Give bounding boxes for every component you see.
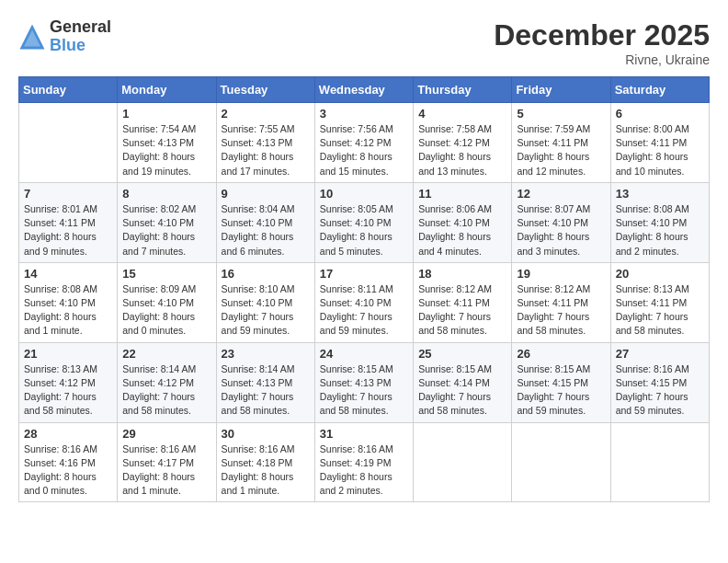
day-info: Sunrise: 8:04 AMSunset: 4:10 PMDaylight:…	[222, 202, 310, 259]
calendar-week-row: 28Sunrise: 8:16 AMSunset: 4:16 PMDayligh…	[19, 422, 710, 502]
calendar-cell: 14Sunrise: 8:08 AMSunset: 4:10 PMDayligh…	[19, 262, 118, 342]
day-info: Sunrise: 8:16 AMSunset: 4:16 PMDaylight:…	[24, 442, 112, 499]
day-info: Sunrise: 8:14 AMSunset: 4:13 PMDaylight:…	[222, 362, 310, 419]
day-number: 1	[122, 107, 210, 121]
day-info: Sunrise: 8:02 AMSunset: 4:10 PMDaylight:…	[122, 202, 210, 259]
day-number: 19	[517, 267, 605, 281]
calendar-cell: 22Sunrise: 8:14 AMSunset: 4:12 PMDayligh…	[118, 342, 216, 422]
calendar-cell: 1Sunrise: 7:54 AMSunset: 4:13 PMDaylight…	[118, 103, 216, 183]
day-info: Sunrise: 8:00 AMSunset: 4:11 PMDaylight:…	[616, 122, 704, 178]
day-number: 13	[616, 187, 704, 201]
calendar-cell: 23Sunrise: 8:14 AMSunset: 4:13 PMDayligh…	[216, 342, 314, 422]
day-info: Sunrise: 7:55 AMSunset: 4:13 PMDaylight:…	[222, 122, 310, 178]
logo-blue-text: Blue	[50, 37, 111, 55]
calendar-cell: 17Sunrise: 8:11 AMSunset: 4:10 PMDayligh…	[314, 262, 413, 342]
day-number: 24	[320, 347, 408, 361]
calendar-cell: 20Sunrise: 8:13 AMSunset: 4:11 PMDayligh…	[610, 262, 709, 342]
calendar-week-row: 21Sunrise: 8:13 AMSunset: 4:12 PMDayligh…	[19, 342, 710, 422]
day-info: Sunrise: 8:08 AMSunset: 4:10 PMDaylight:…	[24, 282, 112, 339]
day-number: 6	[616, 107, 704, 121]
day-info: Sunrise: 8:14 AMSunset: 4:12 PMDaylight:…	[122, 362, 210, 419]
calendar-cell: 5Sunrise: 7:59 AMSunset: 4:11 PMDaylight…	[512, 103, 610, 183]
day-number: 25	[418, 347, 506, 361]
calendar-week-row: 1Sunrise: 7:54 AMSunset: 4:13 PMDaylight…	[19, 103, 710, 183]
calendar-cell	[414, 422, 512, 502]
day-number: 11	[418, 187, 506, 201]
calendar-cell: 24Sunrise: 8:15 AMSunset: 4:13 PMDayligh…	[314, 342, 413, 422]
day-number: 20	[616, 267, 704, 281]
calendar-cell: 10Sunrise: 8:05 AMSunset: 4:10 PMDayligh…	[314, 182, 413, 262]
calendar-cell: 8Sunrise: 8:02 AMSunset: 4:10 PMDaylight…	[118, 182, 216, 262]
calendar-cell: 30Sunrise: 8:16 AMSunset: 4:18 PMDayligh…	[216, 422, 314, 502]
calendar-cell: 27Sunrise: 8:16 AMSunset: 4:15 PMDayligh…	[610, 342, 709, 422]
calendar-cell: 7Sunrise: 8:01 AMSunset: 4:11 PMDaylight…	[19, 182, 118, 262]
calendar-cell: 31Sunrise: 8:16 AMSunset: 4:19 PMDayligh…	[314, 422, 413, 502]
day-info: Sunrise: 8:11 AMSunset: 4:10 PMDaylight:…	[320, 282, 408, 339]
day-number: 27	[616, 347, 704, 361]
calendar-cell: 26Sunrise: 8:15 AMSunset: 4:15 PMDayligh…	[512, 342, 610, 422]
calendar-cell: 12Sunrise: 8:07 AMSunset: 4:10 PMDayligh…	[512, 182, 610, 262]
weekday-header: Thursday	[414, 77, 512, 103]
day-number: 28	[24, 427, 112, 441]
day-info: Sunrise: 8:07 AMSunset: 4:10 PMDaylight:…	[517, 202, 605, 259]
day-number: 22	[122, 347, 210, 361]
weekday-header: Sunday	[19, 77, 118, 103]
calendar-cell: 15Sunrise: 8:09 AMSunset: 4:10 PMDayligh…	[118, 262, 216, 342]
day-info: Sunrise: 8:06 AMSunset: 4:10 PMDaylight:…	[418, 202, 506, 259]
day-info: Sunrise: 8:15 AMSunset: 4:13 PMDaylight:…	[320, 362, 408, 419]
day-info: Sunrise: 8:05 AMSunset: 4:10 PMDaylight:…	[320, 202, 408, 259]
weekday-header: Saturday	[610, 77, 709, 103]
calendar-cell: 6Sunrise: 8:00 AMSunset: 4:11 PMDaylight…	[610, 103, 709, 183]
calendar-cell: 16Sunrise: 8:10 AMSunset: 4:10 PMDayligh…	[216, 262, 314, 342]
day-info: Sunrise: 8:12 AMSunset: 4:11 PMDaylight:…	[418, 282, 506, 339]
day-number: 10	[320, 187, 408, 201]
calendar-cell: 13Sunrise: 8:08 AMSunset: 4:10 PMDayligh…	[610, 182, 709, 262]
day-number: 23	[222, 347, 310, 361]
calendar-cell: 11Sunrise: 8:06 AMSunset: 4:10 PMDayligh…	[414, 182, 512, 262]
day-info: Sunrise: 8:16 AMSunset: 4:15 PMDaylight:…	[616, 362, 704, 419]
day-number: 29	[122, 427, 210, 441]
day-number: 12	[517, 187, 605, 201]
day-number: 31	[320, 427, 408, 441]
day-number: 17	[320, 267, 408, 281]
calendar-cell: 19Sunrise: 8:12 AMSunset: 4:11 PMDayligh…	[512, 262, 610, 342]
day-info: Sunrise: 8:16 AMSunset: 4:19 PMDaylight:…	[320, 442, 408, 499]
calendar-cell	[19, 103, 118, 183]
weekday-header: Friday	[512, 77, 610, 103]
day-info: Sunrise: 7:58 AMSunset: 4:12 PMDaylight:…	[418, 122, 506, 178]
day-info: Sunrise: 8:16 AMSunset: 4:18 PMDaylight:…	[222, 442, 310, 499]
day-info: Sunrise: 8:15 AMSunset: 4:14 PMDaylight:…	[418, 362, 506, 419]
day-info: Sunrise: 8:15 AMSunset: 4:15 PMDaylight:…	[517, 362, 605, 419]
day-number: 15	[122, 267, 210, 281]
day-info: Sunrise: 8:16 AMSunset: 4:17 PMDaylight:…	[122, 442, 210, 499]
weekday-header: Wednesday	[314, 77, 413, 103]
day-number: 26	[517, 347, 605, 361]
calendar-cell	[610, 422, 709, 502]
day-info: Sunrise: 8:10 AMSunset: 4:10 PMDaylight:…	[222, 282, 310, 339]
weekday-header: Tuesday	[216, 77, 314, 103]
title-block: December 2025 Rivne, Ukraine	[494, 18, 710, 67]
location-text: Rivne, Ukraine	[494, 52, 710, 67]
day-number: 8	[122, 187, 210, 201]
calendar-cell	[512, 422, 610, 502]
day-info: Sunrise: 8:01 AMSunset: 4:11 PMDaylight:…	[24, 202, 112, 259]
day-info: Sunrise: 8:13 AMSunset: 4:12 PMDaylight:…	[24, 362, 112, 419]
calendar-week-row: 14Sunrise: 8:08 AMSunset: 4:10 PMDayligh…	[19, 262, 710, 342]
day-number: 5	[517, 107, 605, 121]
day-info: Sunrise: 8:08 AMSunset: 4:10 PMDaylight:…	[616, 202, 704, 259]
day-number: 18	[418, 267, 506, 281]
day-info: Sunrise: 7:59 AMSunset: 4:11 PMDaylight:…	[517, 122, 605, 178]
day-info: Sunrise: 7:54 AMSunset: 4:13 PMDaylight:…	[122, 122, 210, 178]
day-number: 7	[24, 187, 112, 201]
calendar-week-row: 7Sunrise: 8:01 AMSunset: 4:11 PMDaylight…	[19, 182, 710, 262]
logo-icon	[18, 23, 46, 51]
calendar-cell: 25Sunrise: 8:15 AMSunset: 4:14 PMDayligh…	[414, 342, 512, 422]
calendar-cell: 28Sunrise: 8:16 AMSunset: 4:16 PMDayligh…	[19, 422, 118, 502]
calendar-cell: 4Sunrise: 7:58 AMSunset: 4:12 PMDaylight…	[414, 103, 512, 183]
day-number: 14	[24, 267, 112, 281]
calendar-cell: 9Sunrise: 8:04 AMSunset: 4:10 PMDaylight…	[216, 182, 314, 262]
day-info: Sunrise: 8:13 AMSunset: 4:11 PMDaylight:…	[616, 282, 704, 339]
logo-general-text: General	[50, 18, 111, 37]
weekday-header: Monday	[118, 77, 216, 103]
day-number: 4	[418, 107, 506, 121]
